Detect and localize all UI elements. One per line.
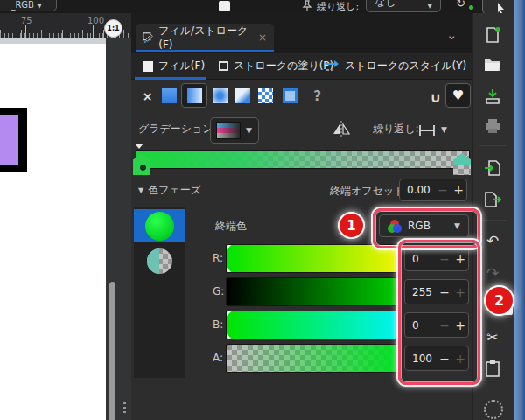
chevron-down-icon[interactable]: ⌄ <box>446 27 458 43</box>
expander-triangle-icon: ▼ <box>138 186 144 194</box>
print-button[interactable] <box>483 116 502 136</box>
alpha-gradient-overlay <box>227 345 400 372</box>
channel-b-slider[interactable] <box>226 311 401 340</box>
fill-stroke-icon <box>143 32 153 44</box>
import-button[interactable] <box>483 158 502 178</box>
divider <box>480 145 508 146</box>
flat-color-icon <box>162 88 177 103</box>
chevron-down-icon: ▼ <box>428 3 432 10</box>
swatch-icon <box>283 88 298 103</box>
paint-radial-gradient-button[interactable] <box>210 86 230 106</box>
radial-gradient-icon <box>213 88 228 103</box>
channel-r-slider[interactable] <box>226 244 401 273</box>
end-offset-label: 終端オフセット: <box>330 184 408 199</box>
mesh-gradient-icon <box>235 88 250 103</box>
ruler-major-tick <box>93 25 94 38</box>
paint-pattern-button[interactable] <box>256 86 276 106</box>
paint-flat-button[interactable] <box>159 86 179 106</box>
end-color-label: 終端色 <box>215 219 247 234</box>
ruler-label-100: 100 <box>88 16 104 25</box>
end-offset-value: 0.00 <box>400 184 435 196</box>
white-swatch-button[interactable] <box>219 1 230 11</box>
rgb-wheel-icon <box>388 220 402 233</box>
paint-unknown-button[interactable]: ? <box>307 86 327 106</box>
reverse-gradient-button[interactable] <box>331 120 352 140</box>
refresh-icon[interactable]: ↻ <box>456 0 466 10</box>
gradient-overlay <box>136 150 469 168</box>
ruler-label-75: 75 <box>21 16 32 25</box>
save-document-button[interactable] <box>483 87 502 106</box>
import-icon <box>484 159 501 177</box>
decrement-button[interactable]: − <box>435 183 451 197</box>
annotation-badge-1: 1 <box>340 214 363 237</box>
paint-none-button[interactable]: × <box>137 86 158 106</box>
spray-dotted-icon[interactable] <box>484 400 503 419</box>
gradient-stop-list <box>134 207 186 378</box>
paint-swatch-button[interactable] <box>280 86 300 106</box>
open-folder-icon <box>484 58 501 72</box>
gradient-select-dropdown[interactable]: ▼ <box>210 117 259 144</box>
color-mode-value: RGB <box>408 220 430 232</box>
channel-b-label: B: <box>213 318 223 331</box>
color-profile-combo[interactable]: _RGB ▼ <box>0 0 57 11</box>
active-tab-underline <box>135 77 206 80</box>
gradient-preview-bar[interactable] <box>136 150 470 169</box>
paste-button[interactable] <box>483 359 502 378</box>
divider <box>480 220 508 220</box>
channel-a-slider[interactable] <box>226 344 401 373</box>
tab-stroke-style[interactable]: ストロークのスタイル(Y) <box>326 53 466 79</box>
stops-section-label: 色フェーズ <box>148 183 201 198</box>
vertical-scrollbar[interactable] <box>109 282 116 420</box>
stop-list-item[interactable] <box>134 244 186 277</box>
stroke-style-icon <box>326 60 340 72</box>
dock-tab-fill-stroke[interactable]: フィル/ストローク(F) × <box>136 24 274 51</box>
paint-linear-gradient-button[interactable] <box>181 83 207 108</box>
fill-rule-nonzero-button[interactable]: ♥ <box>445 83 471 108</box>
panel-resize-handle[interactable] <box>123 402 126 415</box>
tab-fill[interactable]: フィル(F) <box>143 53 205 79</box>
tab-stroke-style-label: ストロークのスタイル(Y) <box>345 59 466 74</box>
canvas-page[interactable] <box>0 44 106 420</box>
repeat-mode-button[interactable] <box>417 123 437 140</box>
stops-section-header[interactable]: ▼ 色フェーズ <box>138 183 201 198</box>
increment-button[interactable]: + <box>451 183 466 197</box>
zoom-ratio-text: 1:1 <box>107 24 119 32</box>
tab-stroke-paint-label: ストロークの塗り(P) <box>234 59 333 74</box>
channel-g-label: G: <box>213 285 224 298</box>
printer-icon <box>484 118 501 134</box>
cut-button[interactable]: ✂ <box>483 327 502 346</box>
export-button[interactable] <box>483 190 502 209</box>
color-profile-value: _RGB <box>10 0 34 10</box>
chevron-down-icon: ▼ <box>246 126 252 135</box>
fill-rule-evenodd-button[interactable]: ∪ <box>425 88 445 108</box>
tab-stroke-paint[interactable]: ストロークの塗り(P) <box>219 53 333 79</box>
green-stop-swatch <box>145 212 174 241</box>
new-document-icon <box>484 26 501 44</box>
chevron-down-icon[interactable]: ▼ <box>441 125 447 134</box>
canvas-rectangle-fill <box>0 115 18 164</box>
save-icon <box>484 88 501 105</box>
divider <box>480 388 508 388</box>
redo-button[interactable]: ↷ <box>483 263 502 283</box>
annotation-rect-values <box>398 240 480 385</box>
stop-handle-dot <box>140 164 146 171</box>
channel-r-label: R: <box>213 252 223 264</box>
evenodd-icon: ∪ <box>430 89 441 106</box>
badge-2-number: 2 <box>494 292 504 309</box>
chevron-down-icon: ▼ <box>37 3 41 10</box>
window-edge-stripe <box>514 0 525 420</box>
mirror-icon <box>331 120 352 137</box>
new-document-button[interactable] <box>483 25 502 45</box>
color-mode-dropdown[interactable]: RGB ▼ <box>379 214 469 237</box>
stop-list-item-selected[interactable] <box>134 209 186 242</box>
undo-button[interactable]: ↶ <box>483 231 502 250</box>
linear-gradient-icon <box>187 88 202 103</box>
open-document-button[interactable] <box>483 55 502 74</box>
zoom-ratio-badge: 1:1 <box>104 19 122 38</box>
question-icon: ? <box>313 88 321 104</box>
close-icon[interactable]: × <box>258 32 267 44</box>
paint-mesh-gradient-button[interactable] <box>233 86 253 106</box>
end-offset-spinbox[interactable]: 0.00 − + <box>399 178 467 201</box>
toolbar-repeat-combo[interactable]: なし ▼ <box>366 0 441 12</box>
channel-g-slider[interactable] <box>226 277 401 306</box>
